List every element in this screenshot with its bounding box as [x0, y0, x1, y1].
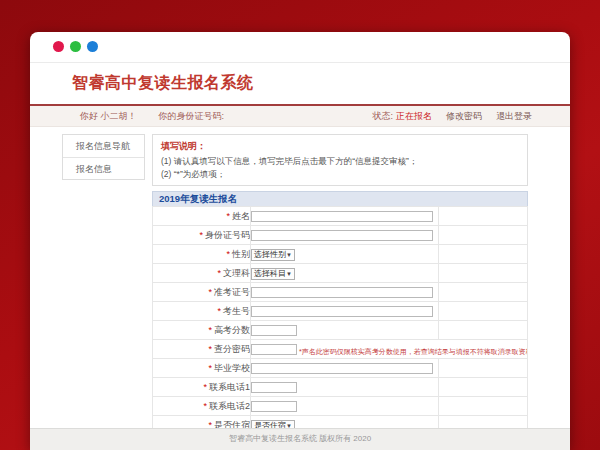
required-asterisk: *: [226, 249, 230, 259]
registration-form: 2019年复读生报名 *姓名 *身份证号码 *性别 选择性别▼ *文理科 选择科…: [152, 191, 528, 450]
exam-permit-number-field[interactable]: [251, 287, 433, 298]
gaokao-score-field[interactable]: [251, 325, 297, 336]
form-row: *考生号: [153, 302, 528, 321]
status-badge: 正在报名: [396, 110, 432, 123]
field-label: 身份证号码: [205, 230, 250, 240]
phone2-field[interactable]: [251, 401, 297, 412]
required-asterisk: *: [217, 306, 221, 316]
field-label: 性别: [232, 249, 250, 259]
sidebar-menu: 报名信息导航报名信息: [62, 134, 145, 180]
field-label: 文理科: [223, 268, 250, 278]
required-asterisk: *: [203, 401, 207, 411]
required-asterisk: *: [203, 382, 207, 392]
gender-select[interactable]: 选择性别▼: [251, 249, 295, 261]
required-asterisk: *: [208, 325, 212, 335]
id-card-number-field[interactable]: [251, 230, 433, 241]
form-row: *姓名: [153, 207, 528, 226]
sidebar-item-nav-header: 报名信息导航: [63, 135, 144, 157]
form-row: *文理科 选择科目▼: [153, 264, 528, 283]
subject-track-select[interactable]: 选择科目▼: [251, 268, 295, 280]
required-asterisk: *: [208, 287, 212, 297]
field-label: 准考证号: [214, 287, 250, 297]
form-row: *毕业学校: [153, 359, 528, 378]
required-asterisk: *: [217, 268, 221, 278]
app-header: 智睿高中复读生报名系统: [30, 63, 570, 106]
field-label: 姓名: [232, 211, 250, 221]
greeting-text: 你好 小二胡！: [80, 110, 137, 123]
window-titlebar: [30, 32, 570, 63]
instructions-lines: (1) 请认真填写以下信息，填写完毕后点击最下方的“信息提交审核”；(2) “*…: [161, 155, 519, 181]
form-row: *身份证号码: [153, 226, 528, 245]
required-asterisk: *: [226, 211, 230, 221]
content-area: 报名信息导航报名信息 填写说明： (1) 请认真填写以下信息，填写完毕后点击最下…: [30, 127, 570, 450]
form-row: *高考分数: [153, 321, 528, 340]
form-title: 2019年复读生报名: [152, 191, 528, 206]
userbar-right: 状态:正在报名 修改密码 退出登录: [358, 110, 532, 123]
name-field[interactable]: [251, 211, 433, 222]
window-dot-green-icon[interactable]: [70, 41, 81, 52]
id-number-label: 你的身份证号码:: [159, 110, 225, 123]
phone1-field[interactable]: [251, 382, 297, 393]
main-panel: 填写说明： (1) 请认真填写以下信息，填写完毕后点击最下方的“信息提交审核”；…: [152, 134, 528, 450]
score-password-note: *声名此密码仅限核实高考分数使用，若查询结果与填报不符将取消录取资格: [299, 348, 528, 355]
graduate-school-field[interactable]: [251, 363, 433, 374]
instruction-line: (1) 请认真填写以下信息，填写完毕后点击最下方的“信息提交审核”；: [161, 155, 519, 168]
select-value: 选择科目: [254, 268, 286, 279]
form-row: *查分密码 *声名此密码仅限核实高考分数使用，若查询结果与填报不符将取消录取资格: [153, 340, 528, 359]
logout-link[interactable]: 退出登录: [496, 110, 532, 123]
field-label: 高考分数: [214, 325, 250, 335]
field-label: 毕业学校: [214, 363, 250, 373]
field-label: 查分密码: [214, 344, 250, 354]
form-table: *姓名 *身份证号码 *性别 选择性别▼ *文理科 选择科目▼ *准考证号 *考…: [152, 206, 528, 450]
field-label: 联系电话1: [209, 382, 250, 392]
score-password-field[interactable]: [251, 344, 297, 355]
field-label: 考生号: [223, 306, 250, 316]
candidate-number-field[interactable]: [251, 306, 433, 317]
user-status-bar: 你好 小二胡！ 你的身份证号码: 状态:正在报名 修改密码 退出登录: [30, 106, 570, 127]
copyright-text: 智睿高中复读生报名系统 版权所有 2020: [229, 434, 371, 443]
change-password-link[interactable]: 修改密码: [446, 110, 482, 123]
form-row: *性别 选择性别▼: [153, 245, 528, 264]
required-asterisk: *: [208, 344, 212, 354]
app-window: 智睿高中复读生报名系统 你好 小二胡！ 你的身份证号码: 状态:正在报名 修改密…: [30, 32, 570, 450]
window-dots: [53, 38, 104, 56]
page-footer: 智睿高中复读生报名系统 版权所有 2020: [30, 428, 570, 450]
select-value: 选择性别: [254, 249, 286, 260]
field-label: 联系电话2: [209, 401, 250, 411]
form-row: *准考证号: [153, 283, 528, 302]
instructions-box: 填写说明： (1) 请认真填写以下信息，填写完毕后点击最下方的“信息提交审核”；…: [152, 134, 528, 186]
instruction-line: (2) “*”为必填项；: [161, 168, 519, 181]
required-asterisk: *: [199, 230, 203, 240]
form-table-body: *姓名 *身份证号码 *性别 选择性别▼ *文理科 选择科目▼ *准考证号 *考…: [153, 207, 528, 450]
instructions-title: 填写说明：: [161, 140, 519, 153]
sidebar-item-registration-info[interactable]: 报名信息: [63, 157, 144, 179]
page-title: 智睿高中复读生报名系统: [72, 73, 254, 94]
form-row: *联系电话2: [153, 397, 528, 416]
dropdown-arrow-icon: ▼: [286, 271, 292, 277]
form-row: *联系电话1: [153, 378, 528, 397]
dropdown-arrow-icon: ▼: [286, 252, 292, 258]
required-asterisk: *: [208, 363, 212, 373]
window-dot-blue-icon[interactable]: [87, 41, 98, 52]
status-label: 状态:: [372, 110, 393, 123]
window-dot-red-icon[interactable]: [53, 41, 64, 52]
